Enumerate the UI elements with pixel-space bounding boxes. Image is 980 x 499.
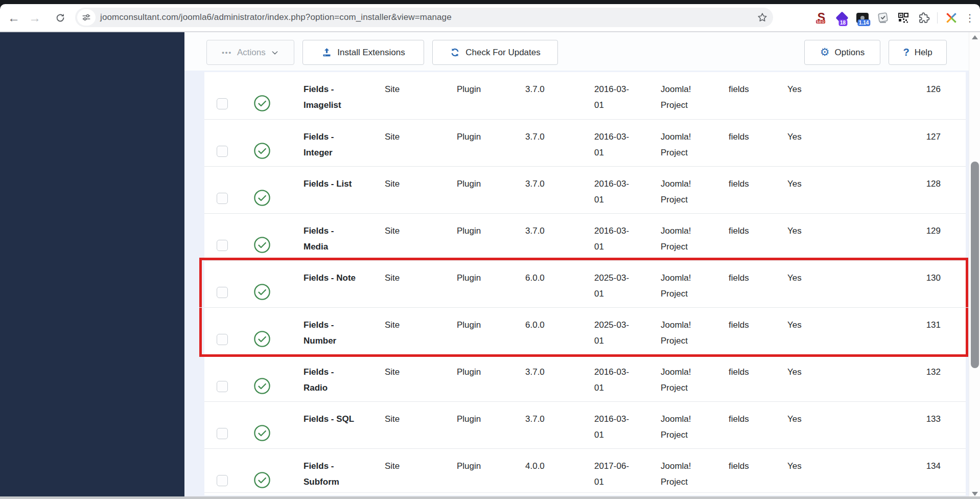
extension-type: Plugin	[457, 449, 525, 474]
extension-folder: fields	[729, 449, 787, 474]
browser-extensions-area: S SEO 18 1.14	[814, 4, 973, 31]
extension-location: Site	[385, 167, 457, 192]
page-scrollbar[interactable]	[969, 32, 980, 499]
row-checkbox[interactable]	[217, 428, 228, 439]
extension-location: Site	[385, 214, 457, 239]
extension-name: Fields - Imagelist	[291, 72, 385, 113]
extension-location: Site	[385, 355, 457, 380]
actions-dots-icon: •••	[222, 49, 232, 56]
row-checkbox[interactable]	[217, 146, 228, 157]
extension-packaged: Yes	[787, 72, 869, 97]
enabled-status-icon[interactable]	[243, 120, 291, 165]
extensions-puzzle-icon[interactable]	[917, 11, 930, 25]
extension-author: Joomla! Project	[661, 308, 729, 349]
extension-row: Fields - Imagelist Site Plugin 3.7.0 201…	[204, 72, 966, 119]
row-checkbox[interactable]	[217, 334, 228, 345]
extension-packaged: Yes	[787, 402, 869, 427]
screenshot-extension-icon[interactable]: 1.14	[855, 11, 869, 25]
browser-chrome: ← → joomconsultant.com/joomla6/administr…	[0, 0, 980, 32]
extension-version: 6.0.0	[525, 261, 594, 286]
extension-type: Plugin	[457, 214, 525, 239]
row-checkbox[interactable]	[217, 240, 228, 251]
extension-author: Joomla! Project	[661, 355, 729, 396]
extension-id: 130	[869, 261, 966, 286]
extension-id: 131	[869, 308, 966, 333]
extension-name: Fields - Subform	[291, 449, 385, 490]
extension-row: Fields - Number Site Plugin 6.0.0 2025-0…	[204, 307, 966, 354]
extension-id: 132	[869, 355, 966, 380]
extension-folder: fields	[729, 167, 787, 192]
browser-toolbar: ← → joomconsultant.com/joomla6/administr…	[0, 4, 980, 32]
url-text[interactable]: joomconsultant.com/joomla6/administrator…	[100, 12, 452, 22]
extension-row: Fields - Radio Site Plugin 3.7.0 2016-03…	[204, 354, 966, 401]
options-button[interactable]: ⚙ Options	[804, 40, 880, 65]
extension-id: 128	[869, 167, 966, 192]
extension-type: Plugin	[457, 402, 525, 427]
extension-location: Site	[385, 261, 457, 286]
bookmark-star-icon[interactable]	[757, 12, 768, 23]
admin-toolbar: ••• Actions Install Extensions	[184, 32, 969, 71]
check-for-updates-button[interactable]: Check For Updates	[432, 40, 558, 65]
enabled-status-icon[interactable]	[243, 449, 291, 494]
extension-date: 2025-03- 01	[594, 308, 661, 349]
extension-id: 134	[869, 449, 966, 474]
stamp-extension-icon[interactable]	[876, 11, 890, 25]
blue-extension-badge: 1.14	[857, 19, 870, 26]
install-extensions-button[interactable]: Install Extensions	[302, 40, 424, 65]
scrollbar-thumb[interactable]	[971, 162, 979, 368]
extension-id: 127	[869, 120, 966, 145]
seo-extension-label: SEO	[816, 20, 825, 24]
extension-packaged: Yes	[787, 308, 869, 333]
options-label: Options	[835, 48, 865, 58]
actions-button[interactable]: ••• Actions	[206, 40, 294, 65]
extension-type: Plugin	[457, 120, 525, 145]
purple-extension-icon[interactable]: 18	[835, 11, 849, 25]
joomla-profile-avatar[interactable]	[944, 11, 958, 25]
chevron-down-icon	[271, 49, 279, 57]
enabled-status-icon[interactable]	[243, 167, 291, 212]
scrollbar-down-arrow[interactable]	[972, 492, 978, 496]
enabled-status-icon[interactable]	[243, 72, 291, 117]
enabled-status-icon[interactable]	[243, 402, 291, 447]
enabled-status-icon[interactable]	[243, 214, 291, 259]
extension-packaged: Yes	[787, 120, 869, 145]
seo-extension-icon[interactable]: S SEO	[814, 11, 828, 25]
upload-icon	[321, 47, 332, 58]
forward-icon[interactable]: →	[25, 4, 45, 31]
enabled-status-icon[interactable]	[243, 355, 291, 400]
extension-folder: fields	[729, 355, 787, 380]
extension-name: Fields - Media	[291, 214, 385, 255]
row-checkbox[interactable]	[217, 193, 228, 204]
extension-packaged: Yes	[787, 214, 869, 239]
toolbar-separator	[937, 12, 938, 24]
row-checkbox[interactable]	[217, 475, 228, 486]
extension-version: 3.7.0	[525, 120, 594, 145]
row-checkbox[interactable]	[217, 381, 228, 392]
extension-row: Fields - List Site Plugin 3.7.0 2016-03-…	[204, 166, 966, 213]
extension-version: 4.0.0	[525, 449, 594, 474]
question-mark-icon: ?	[903, 47, 909, 58]
extension-packaged: Yes	[787, 261, 869, 286]
scrollbar-up-arrow[interactable]	[972, 35, 978, 39]
address-bar[interactable]: joomconsultant.com/joomla6/administrator…	[75, 8, 773, 27]
extension-packaged: Yes	[787, 449, 869, 474]
site-info-icon[interactable]	[77, 9, 96, 26]
qr-extension-icon[interactable]	[896, 11, 910, 25]
back-icon[interactable]: ←	[4, 4, 24, 31]
extension-type: Plugin	[457, 355, 525, 380]
extension-name: Fields - SQL	[291, 402, 385, 427]
bottom-edge-bar	[0, 496, 980, 499]
extension-location: Site	[385, 449, 457, 474]
enabled-status-icon[interactable]	[243, 308, 291, 353]
browser-menu-icon[interactable]: ⋮	[965, 12, 973, 24]
extension-id: 126	[869, 72, 966, 97]
extension-folder: fields	[729, 261, 787, 286]
reload-icon[interactable]	[50, 4, 71, 31]
row-checkbox[interactable]	[217, 98, 228, 109]
extension-location: Site	[385, 402, 457, 427]
extension-date: 2016-03- 01	[594, 214, 661, 255]
actions-label: Actions	[237, 48, 266, 58]
enabled-status-icon[interactable]	[243, 261, 291, 306]
row-checkbox[interactable]	[217, 287, 228, 298]
help-button[interactable]: ? Help	[889, 40, 947, 65]
